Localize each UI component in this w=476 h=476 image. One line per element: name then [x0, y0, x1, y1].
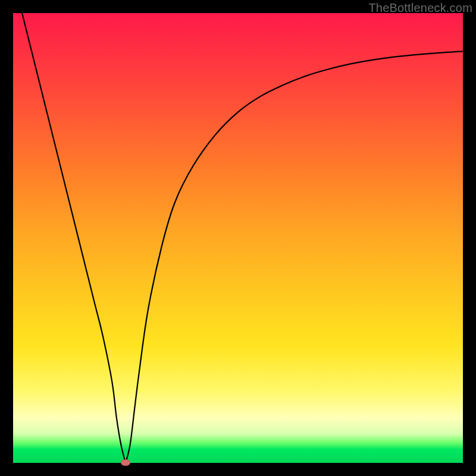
optimum-marker — [121, 459, 130, 466]
bottleneck-curve — [13, 13, 463, 463]
watermark-text: TheBottleneck.com — [368, 1, 472, 15]
curve-path — [22, 13, 463, 463]
plot-area — [13, 13, 463, 463]
chart-frame: TheBottleneck.com — [0, 0, 476, 476]
